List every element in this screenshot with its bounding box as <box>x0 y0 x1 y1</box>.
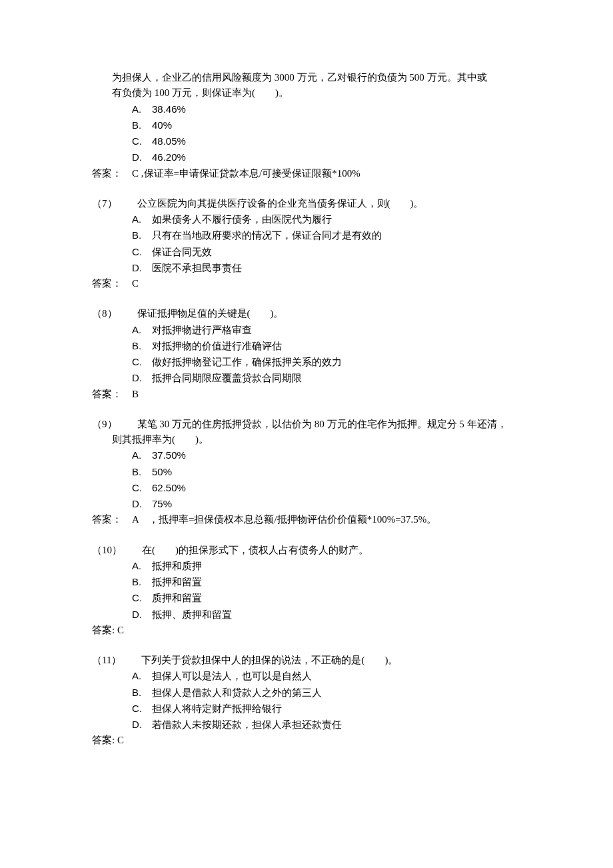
q8-option-d: D.抵押合同期限应覆盖贷款合同期限 <box>92 370 521 386</box>
q8-option-a: A.对抵押物进行严格审查 <box>92 322 521 338</box>
q6-option-b: B.40% <box>92 117 521 133</box>
question-10: （10） 在( )的担保形式下，债权人占有债务人的财产。 A.抵押和质押 B.抵… <box>92 543 521 639</box>
option-letter: C. <box>132 133 152 149</box>
q11-option-d: D.若借款人未按期还款，担保人承担还款责任 <box>92 717 521 733</box>
q8-option-b: B.对抵押物的价值进行准确评估 <box>92 338 521 354</box>
q10-option-c: C.质押和留置 <box>92 590 521 606</box>
option-letter: A. <box>132 101 152 117</box>
q11-prompt: （11） 下列关于贷款担保中人的担保的说法，不正确的是( )。 <box>92 653 521 668</box>
option-letter: A. <box>132 322 152 337</box>
question-7: （7） 公立医院为向其提供医疗设备的企业充当债务保证人，则( )。 A.如果债务… <box>92 196 521 292</box>
q6-continuation-1: 为担保人，企业乙的信用风险额度为 3000 万元，乙对银行的负债为 500 万元… <box>92 70 521 85</box>
q7-option-d: D.医院不承担民事责任 <box>92 260 521 276</box>
option-letter: C. <box>132 354 152 369</box>
option-letter: A. <box>132 211 152 227</box>
q8-prompt: （8） 保证抵押物足值的关键是( )。 <box>92 306 521 321</box>
option-letter: C. <box>132 590 152 605</box>
q9-prompt-1: （9） 某笔 30 万元的住房抵押贷款，以估价为 80 万元的住宅作为抵押。规定… <box>92 417 521 432</box>
option-letter: D. <box>132 370 152 385</box>
q9-option-c: C.62.50% <box>92 480 521 496</box>
option-letter: D. <box>132 607 152 622</box>
option-text: 担保人将特定财产抵押给银行 <box>152 703 282 714</box>
option-text: 质押和留置 <box>152 593 202 603</box>
option-letter: B. <box>132 464 152 479</box>
q6-option-d: D.46.20% <box>92 149 521 165</box>
option-text: 62.50% <box>152 482 186 493</box>
option-text: 48.05% <box>152 135 186 147</box>
question-9: （9） 某笔 30 万元的住房抵押贷款，以估价为 80 万元的住宅作为抵押。规定… <box>92 417 521 528</box>
question-8: （8） 保证抵押物足值的关键是( )。 A.对抵押物进行严格审查 B.对抵押物的… <box>92 306 521 402</box>
option-text: 抵押合同期限应覆盖贷款合同期限 <box>152 373 302 383</box>
q8-answer: 答案： B <box>92 387 521 402</box>
option-text: 50% <box>152 466 172 477</box>
option-text: 做好抵押物登记工作，确保抵押关系的效力 <box>152 357 342 367</box>
question-11: （11） 下列关于贷款担保中人的担保的说法，不正确的是( )。 A.担保人可以是… <box>92 653 521 749</box>
option-letter: C. <box>132 244 152 259</box>
option-text: 37.50% <box>152 449 186 461</box>
option-letter: A. <box>132 558 152 573</box>
q6-continuation-2: 有负债为 100 万元，则保证率为( )。 <box>92 85 521 101</box>
q10-option-b: B.抵押和留置 <box>92 574 521 590</box>
q7-option-a: A.如果债务人不履行债务，由医院代为履行 <box>92 211 521 227</box>
option-text: 担保人是借款人和贷款人之外的第三人 <box>152 687 322 698</box>
option-text: 40% <box>152 119 172 131</box>
option-text: 保证合同无效 <box>152 247 212 257</box>
q11-option-b: B.担保人是借款人和贷款人之外的第三人 <box>92 685 521 701</box>
q10-option-a: A.抵押和质押 <box>92 558 521 574</box>
option-letter: C. <box>132 480 152 495</box>
option-letter: B. <box>132 338 152 353</box>
option-text: 对抵押物进行严格审查 <box>152 325 252 335</box>
option-letter: B. <box>132 574 152 589</box>
q7-option-c: C.保证合同无效 <box>92 244 521 260</box>
q11-option-a: A.担保人可以是法人，也可以是自然人 <box>92 668 521 684</box>
q7-prompt: （7） 公立医院为向其提供医疗设备的企业充当债务保证人，则( )。 <box>92 196 521 211</box>
option-letter: D. <box>132 717 152 732</box>
q9-option-a: A.37.50% <box>92 447 521 463</box>
option-text: 对抵押物的价值进行准确评估 <box>152 341 282 351</box>
option-letter: B. <box>132 117 152 133</box>
document-page: 为担保人，企业乙的信用风险额度为 3000 万元，乙对银行的负债为 500 万元… <box>0 0 613 868</box>
option-letter: D. <box>132 149 152 165</box>
q9-option-d: D.75% <box>92 496 521 512</box>
option-text: 38.46% <box>152 103 186 115</box>
option-text: 如果债务人不履行债务，由医院代为履行 <box>152 214 332 225</box>
q7-answer: 答案： C <box>92 276 521 291</box>
q8-option-c: C.做好抵押物登记工作，确保抵押关系的效力 <box>92 354 521 370</box>
option-letter: B. <box>132 685 152 700</box>
q9-answer: 答案： A ，抵押率=担保债权本息总额/抵押物评估价价值额*100%=37.5%… <box>92 512 521 527</box>
option-text: 只有在当地政府要求的情况下，保证合同才是有效的 <box>152 230 382 241</box>
q6-option-c: C.48.05% <box>92 133 521 149</box>
question-6: 为担保人，企业乙的信用风险额度为 3000 万元，乙对银行的负债为 500 万元… <box>92 70 521 181</box>
option-text: 担保人可以是法人，也可以是自然人 <box>152 671 312 681</box>
q6-answer: 答案： C ,保证率=申请保证贷款本息/可接受保证限额*100% <box>92 166 521 181</box>
option-letter: D. <box>132 496 152 511</box>
option-text: 抵押和留置 <box>152 577 202 587</box>
option-letter: D. <box>132 260 152 275</box>
q10-answer: 答案: C <box>92 623 521 638</box>
q9-option-b: B.50% <box>92 464 521 480</box>
option-text: 医院不承担民事责任 <box>152 263 242 273</box>
q7-option-b: B.只有在当地政府要求的情况下，保证合同才是有效的 <box>92 227 521 243</box>
q10-option-d: D.抵押、质押和留置 <box>92 607 521 623</box>
option-text: 若借款人未按期还款，担保人承担还款责任 <box>152 719 342 730</box>
option-text: 抵押和质押 <box>152 561 202 571</box>
option-text: 46.20% <box>152 151 186 163</box>
q9-prompt-2: 则其抵押率为( )。 <box>92 432 521 447</box>
option-text: 75% <box>152 498 172 509</box>
q6-option-a: A.38.46% <box>92 101 521 117</box>
option-letter: A. <box>132 447 152 463</box>
q10-prompt: （10） 在( )的担保形式下，债权人占有债务人的财产。 <box>92 543 521 558</box>
option-letter: B. <box>132 227 152 243</box>
option-letter: A. <box>132 668 152 683</box>
option-text: 抵押、质押和留置 <box>152 609 232 620</box>
q11-option-c: C.担保人将特定财产抵押给银行 <box>92 701 521 717</box>
option-letter: C. <box>132 701 152 716</box>
q11-answer: 答案: C <box>92 733 521 748</box>
